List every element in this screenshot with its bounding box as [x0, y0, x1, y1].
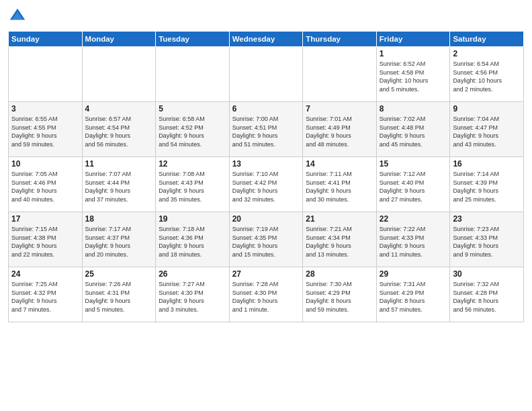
day-cell: 18Sunrise: 7:17 AM Sunset: 4:37 PM Dayli…: [82, 212, 156, 267]
day-cell: 26Sunrise: 7:27 AM Sunset: 4:30 PM Dayli…: [156, 267, 230, 322]
calendar-body: 1Sunrise: 6:52 AM Sunset: 4:58 PM Daylig…: [9, 47, 524, 322]
day-detail: Sunrise: 7:12 AM Sunset: 4:40 PM Dayligh…: [380, 170, 447, 203]
day-cell: [9, 47, 83, 102]
day-cell: 19Sunrise: 7:18 AM Sunset: 4:36 PM Dayli…: [156, 212, 230, 267]
weekday-row: SundayMondayTuesdayWednesdayThursdayFrid…: [9, 32, 524, 47]
day-number: 8: [380, 104, 447, 113]
day-cell: 5Sunrise: 6:58 AM Sunset: 4:52 PM Daylig…: [156, 102, 230, 157]
day-number: 27: [232, 269, 300, 279]
day-number: 29: [380, 269, 447, 279]
day-cell: [156, 47, 230, 102]
weekday-header-wednesday: Wednesday: [229, 32, 303, 47]
day-number: 15: [380, 159, 447, 169]
day-number: 28: [306, 269, 373, 279]
week-row-2: 3Sunrise: 6:55 AM Sunset: 4:55 PM Daylig…: [9, 102, 524, 157]
day-cell: 15Sunrise: 7:12 AM Sunset: 4:40 PM Dayli…: [376, 157, 450, 212]
weekday-header-friday: Friday: [376, 32, 450, 47]
day-number: 3: [11, 104, 79, 113]
day-cell: 8Sunrise: 7:02 AM Sunset: 4:48 PM Daylig…: [376, 102, 450, 157]
day-detail: Sunrise: 7:22 AM Sunset: 4:33 PM Dayligh…: [380, 225, 447, 259]
day-detail: Sunrise: 7:04 AM Sunset: 4:47 PM Dayligh…: [453, 115, 521, 148]
day-detail: Sunrise: 6:57 AM Sunset: 4:54 PM Dayligh…: [85, 115, 153, 148]
day-cell: 3Sunrise: 6:55 AM Sunset: 4:55 PM Daylig…: [9, 102, 83, 157]
day-detail: Sunrise: 6:54 AM Sunset: 4:56 PM Dayligh…: [453, 60, 521, 93]
week-row-1: 1Sunrise: 6:52 AM Sunset: 4:58 PM Daylig…: [9, 47, 524, 102]
day-number: 4: [85, 104, 153, 113]
calendar-container: SundayMondayTuesdayWednesdayThursdayFrid…: [0, 0, 532, 329]
day-cell: 30Sunrise: 7:32 AM Sunset: 4:28 PM Dayli…: [450, 267, 524, 322]
weekday-header-thursday: Thursday: [303, 32, 377, 47]
day-detail: Sunrise: 7:05 AM Sunset: 4:46 PM Dayligh…: [11, 170, 79, 203]
day-detail: Sunrise: 7:21 AM Sunset: 4:34 PM Dayligh…: [306, 225, 373, 259]
day-detail: Sunrise: 6:52 AM Sunset: 4:58 PM Dayligh…: [380, 60, 447, 93]
day-number: 19: [159, 214, 226, 224]
day-number: 18: [85, 214, 153, 224]
day-number: 25: [85, 269, 153, 279]
day-detail: Sunrise: 7:07 AM Sunset: 4:44 PM Dayligh…: [85, 170, 153, 203]
day-cell: 4Sunrise: 6:57 AM Sunset: 4:54 PM Daylig…: [82, 102, 156, 157]
day-number: 16: [453, 159, 521, 169]
day-cell: 1Sunrise: 6:52 AM Sunset: 4:58 PM Daylig…: [376, 47, 450, 102]
week-row-3: 10Sunrise: 7:05 AM Sunset: 4:46 PM Dayli…: [9, 157, 524, 212]
day-cell: 24Sunrise: 7:25 AM Sunset: 4:32 PM Dayli…: [9, 267, 83, 322]
day-cell: 17Sunrise: 7:15 AM Sunset: 4:38 PM Dayli…: [9, 212, 83, 267]
day-detail: Sunrise: 6:58 AM Sunset: 4:52 PM Dayligh…: [159, 115, 226, 148]
day-cell: 21Sunrise: 7:21 AM Sunset: 4:34 PM Dayli…: [303, 212, 377, 267]
header: [8, 7, 524, 26]
day-cell: 22Sunrise: 7:22 AM Sunset: 4:33 PM Dayli…: [376, 212, 450, 267]
day-detail: Sunrise: 7:08 AM Sunset: 4:43 PM Dayligh…: [159, 170, 226, 203]
day-number: 7: [306, 104, 373, 113]
day-number: 26: [159, 269, 226, 279]
weekday-header-monday: Monday: [82, 32, 156, 47]
day-detail: Sunrise: 7:14 AM Sunset: 4:39 PM Dayligh…: [453, 170, 521, 203]
day-number: 24: [11, 269, 79, 279]
day-cell: 14Sunrise: 7:11 AM Sunset: 4:41 PM Dayli…: [303, 157, 377, 212]
day-detail: Sunrise: 7:01 AM Sunset: 4:49 PM Dayligh…: [306, 115, 373, 148]
day-cell: 7Sunrise: 7:01 AM Sunset: 4:49 PM Daylig…: [303, 102, 377, 157]
day-number: 20: [232, 214, 300, 224]
day-number: 1: [380, 49, 447, 58]
day-cell: 23Sunrise: 7:23 AM Sunset: 4:33 PM Dayli…: [450, 212, 524, 267]
day-cell: 25Sunrise: 7:26 AM Sunset: 4:31 PM Dayli…: [82, 267, 156, 322]
day-detail: Sunrise: 7:31 AM Sunset: 4:29 PM Dayligh…: [380, 280, 447, 314]
week-row-4: 17Sunrise: 7:15 AM Sunset: 4:38 PM Dayli…: [9, 212, 524, 267]
day-detail: Sunrise: 7:32 AM Sunset: 4:28 PM Dayligh…: [453, 280, 521, 314]
day-cell: 29Sunrise: 7:31 AM Sunset: 4:29 PM Dayli…: [376, 267, 450, 322]
day-cell: [82, 47, 156, 102]
week-row-5: 24Sunrise: 7:25 AM Sunset: 4:32 PM Dayli…: [9, 267, 524, 322]
day-cell: [229, 47, 303, 102]
day-cell: 10Sunrise: 7:05 AM Sunset: 4:46 PM Dayli…: [9, 157, 83, 212]
day-detail: Sunrise: 7:30 AM Sunset: 4:29 PM Dayligh…: [306, 280, 373, 314]
day-number: 17: [11, 214, 79, 224]
day-cell: 6Sunrise: 7:00 AM Sunset: 4:51 PM Daylig…: [229, 102, 303, 157]
day-detail: Sunrise: 7:17 AM Sunset: 4:37 PM Dayligh…: [85, 225, 153, 259]
logo-icon: [8, 7, 27, 26]
day-number: 23: [453, 214, 521, 224]
day-number: 30: [453, 269, 521, 279]
day-cell: 28Sunrise: 7:30 AM Sunset: 4:29 PM Dayli…: [303, 267, 377, 322]
day-cell: 16Sunrise: 7:14 AM Sunset: 4:39 PM Dayli…: [450, 157, 524, 212]
calendar-table: SundayMondayTuesdayWednesdayThursdayFrid…: [8, 31, 524, 322]
day-detail: Sunrise: 7:18 AM Sunset: 4:36 PM Dayligh…: [159, 225, 226, 259]
day-cell: 13Sunrise: 7:10 AM Sunset: 4:42 PM Dayli…: [229, 157, 303, 212]
weekday-header-saturday: Saturday: [450, 32, 524, 47]
day-detail: Sunrise: 7:26 AM Sunset: 4:31 PM Dayligh…: [85, 280, 153, 314]
day-number: 22: [380, 214, 447, 224]
day-number: 10: [11, 159, 79, 169]
day-detail: Sunrise: 7:23 AM Sunset: 4:33 PM Dayligh…: [453, 225, 521, 259]
weekday-header-sunday: Sunday: [9, 32, 83, 47]
day-detail: Sunrise: 7:27 AM Sunset: 4:30 PM Dayligh…: [159, 280, 226, 314]
day-detail: Sunrise: 6:55 AM Sunset: 4:55 PM Dayligh…: [11, 115, 79, 148]
day-detail: Sunrise: 7:19 AM Sunset: 4:35 PM Dayligh…: [232, 225, 300, 259]
day-cell: 2Sunrise: 6:54 AM Sunset: 4:56 PM Daylig…: [450, 47, 524, 102]
day-cell: 12Sunrise: 7:08 AM Sunset: 4:43 PM Dayli…: [156, 157, 230, 212]
day-detail: Sunrise: 7:28 AM Sunset: 4:30 PM Dayligh…: [232, 280, 300, 314]
day-detail: Sunrise: 7:10 AM Sunset: 4:42 PM Dayligh…: [232, 170, 300, 203]
day-number: 2: [453, 49, 521, 58]
day-number: 11: [85, 159, 153, 169]
day-number: 5: [159, 104, 226, 113]
day-detail: Sunrise: 7:02 AM Sunset: 4:48 PM Dayligh…: [380, 115, 447, 148]
day-detail: Sunrise: 7:11 AM Sunset: 4:41 PM Dayligh…: [306, 170, 373, 203]
day-detail: Sunrise: 7:15 AM Sunset: 4:38 PM Dayligh…: [11, 225, 79, 259]
day-detail: Sunrise: 7:25 AM Sunset: 4:32 PM Dayligh…: [11, 280, 79, 314]
